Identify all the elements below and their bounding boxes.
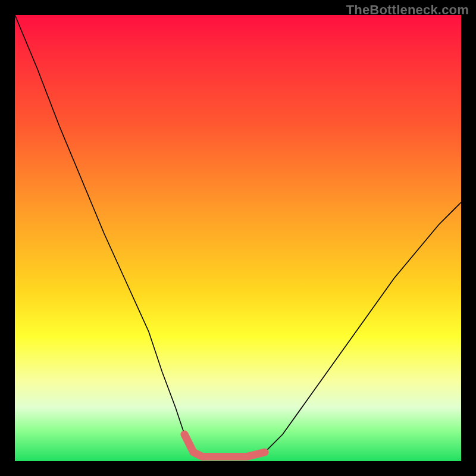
- watermark-text: TheBottleneck.com: [346, 2, 469, 18]
- chart-plot-area: [15, 15, 461, 461]
- chart-frame: TheBottleneck.com: [0, 0, 476, 476]
- highlight-segment: [184, 434, 265, 457]
- chart-svg: [15, 15, 461, 461]
- bottleneck-curve: [15, 15, 461, 457]
